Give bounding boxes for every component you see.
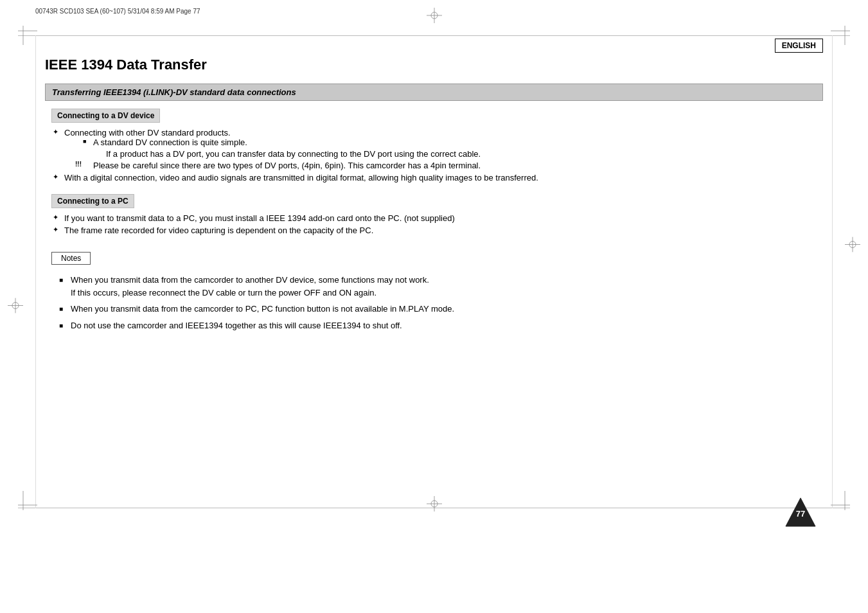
english-badge: ENGLISH bbox=[775, 39, 823, 53]
note-item-1: When you transmit data from the camcorde… bbox=[71, 274, 823, 299]
bullet-dv-1-excl: Please be careful since there are two ty… bbox=[93, 161, 823, 170]
section-header: Transferring IEEE1394 (i.LINK)-DV standa… bbox=[45, 84, 823, 101]
bullet-dv-2: With a digital connection, video and aud… bbox=[64, 173, 823, 182]
bullet-pc-1: If you want to transmit data to a PC, yo… bbox=[64, 213, 823, 223]
subsection-pc: Connecting to a PC If you want to transm… bbox=[51, 194, 823, 235]
reg-mark-tr bbox=[831, 26, 850, 45]
reg-line-right bbox=[832, 35, 833, 508]
bullet-dv-1-sub1: A standard DV connection is quite simple… bbox=[93, 138, 823, 147]
note-item-3: Do not use the camcorder and IEEE1394 to… bbox=[71, 319, 823, 332]
notes-list: When you transmit data from the camcorde… bbox=[58, 274, 823, 332]
bullet-dv-1: Connecting with other DV standard produc… bbox=[64, 128, 823, 170]
section-header-text: Transferring IEEE1394 (i.LINK)-DV standa… bbox=[52, 87, 296, 97]
reg-mark-tl bbox=[18, 26, 37, 45]
reg-line-top bbox=[18, 35, 850, 36]
page-container: 00743R SCD103 SEA (60~107) 5/31/04 8:59 … bbox=[0, 0, 868, 613]
reg-mark-bl bbox=[18, 491, 37, 510]
page-number-container: 77 bbox=[784, 497, 817, 529]
english-label: ENGLISH bbox=[782, 41, 816, 50]
note-item-2: When you transmit data from the camcorde… bbox=[71, 303, 823, 315]
bullet-pc-2: The frame rate recorded for video captur… bbox=[64, 226, 823, 235]
subsection-dv: Connecting to a DV device Connecting wit… bbox=[51, 109, 823, 182]
subsection-dv-title: Connecting to a DV device bbox=[51, 109, 160, 123]
page-number: 77 bbox=[796, 509, 805, 519]
notes-label: Notes bbox=[61, 254, 81, 263]
content-area: ENGLISH IEEE 1394 Data Transfer Transfer… bbox=[45, 39, 823, 504]
notes-section: Notes When you transmit data from the ca… bbox=[51, 247, 823, 332]
crosshair-top bbox=[427, 8, 442, 25]
page-triangle: 77 bbox=[784, 497, 817, 529]
notes-box: Notes bbox=[51, 252, 91, 265]
reg-line-left bbox=[35, 35, 36, 508]
subsection-pc-title: Connecting to a PC bbox=[51, 194, 134, 208]
main-title: IEEE 1394 Data Transfer bbox=[45, 57, 823, 73]
reg-mark-br bbox=[831, 491, 850, 510]
bullet-dv-1-sub2-indent: If a product has a DV port, you can tran… bbox=[106, 149, 823, 159]
print-header: 00743R SCD103 SEA (60~107) 5/31/04 8:59 … bbox=[35, 8, 200, 15]
crosshair-right bbox=[845, 236, 860, 254]
crosshair-left bbox=[8, 298, 23, 315]
